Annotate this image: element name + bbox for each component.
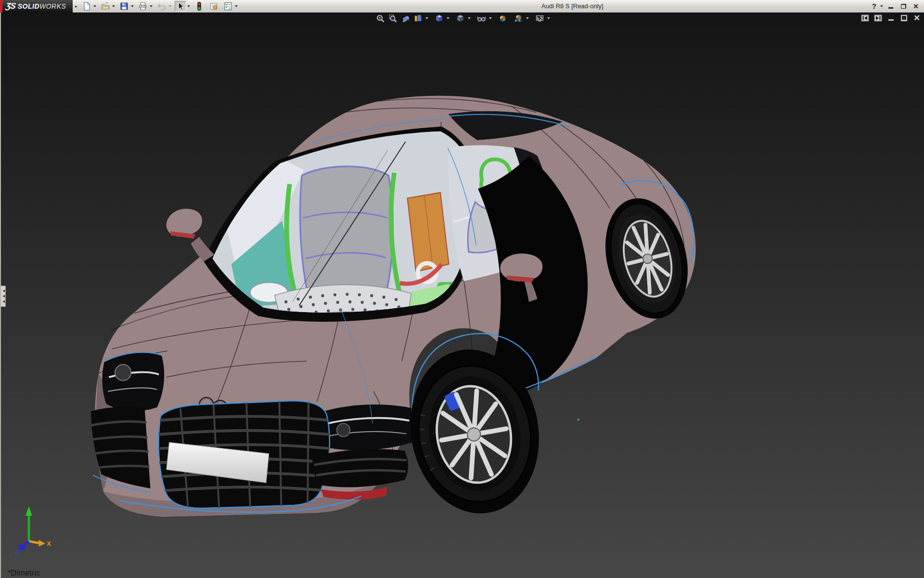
- dropdown-arrow-icon[interactable]: [234, 1, 238, 12]
- solidworks-logo-mark: ƷS: [5, 1, 16, 11]
- stray-vertex-point: [577, 419, 579, 421]
- save-floppy-icon: [119, 1, 129, 11]
- help-button[interactable]: ?: [871, 2, 877, 10]
- comment-hand-icon: [209, 1, 218, 11]
- view-orientation-label: *Dimetric: [8, 569, 40, 578]
- dropdown-arrow-icon[interactable]: [92, 1, 97, 12]
- previous-document-button[interactable]: [860, 13, 870, 22]
- zoom-to-area-icon: [388, 14, 398, 23]
- select-tool-button[interactable]: [175, 1, 186, 12]
- z-axis-label: Z: [14, 549, 19, 556]
- view-settings-icon: [535, 14, 544, 23]
- viewport-close-button[interactable]: ✕: [912, 13, 922, 22]
- right-headlight: [316, 405, 417, 450]
- display-style-button[interactable]: [454, 13, 466, 24]
- view-orientation-cube-icon: [435, 14, 444, 23]
- logo-text-works: WORKS: [39, 2, 66, 10]
- feature-panel-collapse-tab[interactable]: [1, 286, 6, 307]
- document-window-controls: ✕: [860, 13, 922, 22]
- apply-scene-icon: [514, 14, 523, 23]
- car-model[interactable]: [91, 96, 700, 524]
- open-button[interactable]: [100, 1, 111, 12]
- graphics-area[interactable]: X Z: [0, 13, 924, 578]
- model-canvas[interactable]: X Z: [1, 13, 924, 578]
- left-side-intake: [91, 407, 150, 488]
- brand-red-stripe: [0, 0, 2, 13]
- apply-scene-button[interactable]: [513, 13, 524, 24]
- standard-toolbar: [81, 0, 238, 13]
- new-document-button[interactable]: [81, 1, 92, 12]
- glasses-icon: [477, 14, 486, 23]
- dropdown-arrow-icon[interactable]: [424, 13, 429, 24]
- left-side-mirror[interactable]: [166, 209, 215, 262]
- x-axis-label: X: [47, 540, 51, 547]
- save-button[interactable]: [118, 1, 130, 12]
- checklist-icon: [223, 1, 233, 11]
- previous-view-button[interactable]: [399, 13, 411, 24]
- traffic-light-icon: [194, 1, 204, 11]
- comment-button[interactable]: [208, 1, 219, 12]
- orientation-triad[interactable]: X Z: [14, 506, 51, 556]
- dropdown-arrow-icon[interactable]: [488, 13, 492, 24]
- checklist-button[interactable]: [222, 1, 234, 12]
- zoom-to-area-button[interactable]: [387, 13, 398, 24]
- previous-document-icon: [861, 14, 869, 22]
- next-document-button[interactable]: [873, 13, 883, 22]
- left-headlight: [103, 353, 165, 411]
- selection-filter-button[interactable]: [193, 1, 205, 12]
- window-controls: ? ✕: [871, 0, 921, 12]
- previous-view-icon: [401, 14, 410, 23]
- heads-up-view-toolbar: [374, 13, 551, 24]
- window-title: Audi R8 S [Read-only]: [541, 0, 603, 12]
- zoom-to-fit-button[interactable]: [374, 13, 386, 24]
- x-axis-arrow: [39, 540, 46, 547]
- solidworks-logo-text: SOLIDWORKS: [18, 2, 66, 10]
- section-view-button[interactable]: [412, 13, 424, 24]
- undo-icon: [157, 1, 167, 11]
- new-document-icon: [82, 1, 91, 11]
- undo-button[interactable]: [156, 1, 167, 12]
- dropdown-arrow-icon[interactable]: [546, 13, 551, 24]
- dropdown-arrow-icon[interactable]: [130, 1, 134, 12]
- collapse-arrow-icon: [1, 289, 5, 292]
- view-orientation-button[interactable]: [433, 13, 445, 24]
- dropdown-arrow-icon[interactable]: [111, 1, 116, 12]
- viewport-minimize-button[interactable]: [886, 13, 896, 22]
- open-folder-icon: [101, 1, 110, 11]
- print-button[interactable]: [137, 1, 149, 12]
- collapse-arrow-icon: [1, 295, 5, 298]
- hide-show-items-button[interactable]: [475, 13, 487, 24]
- dropdown-arrow-icon[interactable]: [525, 13, 529, 24]
- section-view-icon: [413, 14, 423, 23]
- dropdown-arrow-icon[interactable]: [879, 1, 884, 12]
- print-icon: [138, 1, 148, 11]
- next-document-icon: [874, 14, 882, 22]
- view-settings-button[interactable]: [534, 13, 545, 24]
- minimize-button[interactable]: [886, 1, 896, 11]
- select-cursor-icon: [176, 1, 185, 11]
- dropdown-arrow-icon[interactable]: [149, 1, 153, 12]
- windshield-interior: [209, 128, 473, 321]
- z-axis-arrow: [18, 545, 26, 551]
- appearance-ball-icon: [498, 14, 507, 23]
- titlebar: ƷS SOLIDWORKS ▸: [0, 0, 924, 13]
- dropdown-arrow-icon[interactable]: [186, 1, 191, 12]
- restore-button[interactable]: [898, 1, 909, 11]
- dropdown-arrow-icon[interactable]: [446, 13, 450, 24]
- collapse-arrow-icon: [1, 300, 5, 303]
- close-button[interactable]: ✕: [911, 1, 921, 11]
- right-side-intake: [312, 449, 408, 499]
- y-axis-arrow: [26, 506, 32, 516]
- windshield[interactable]: [203, 127, 476, 322]
- logo-text-solid: SOLID: [18, 2, 39, 10]
- dropdown-arrow-icon: [167, 1, 172, 12]
- display-style-cube-icon: [456, 14, 465, 23]
- toolbar-flyout-arrow-icon[interactable]: ▸: [73, 1, 79, 11]
- viewport-restore-button[interactable]: [899, 13, 909, 22]
- zoom-to-fit-icon: [376, 14, 385, 23]
- solidworks-logo: ƷS SOLIDWORKS: [0, 0, 73, 13]
- dropdown-arrow-icon[interactable]: [467, 13, 471, 24]
- edit-appearance-button[interactable]: [497, 13, 508, 24]
